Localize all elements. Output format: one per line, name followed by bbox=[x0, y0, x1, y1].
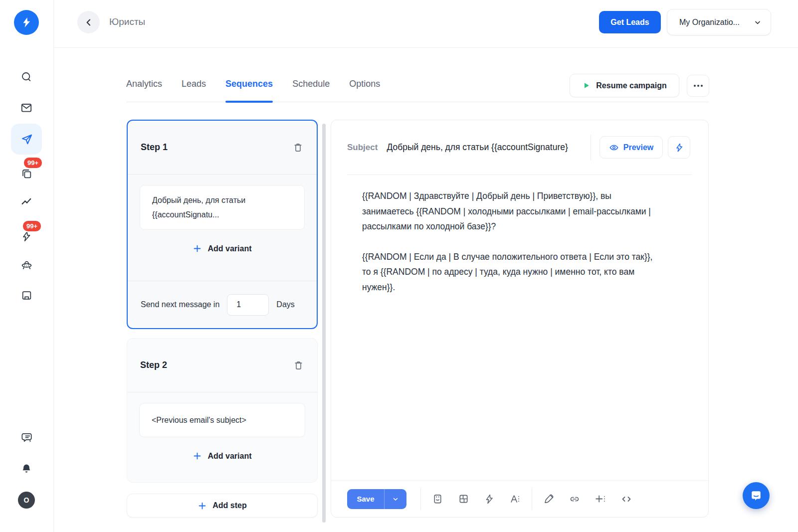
copy-icon bbox=[20, 168, 33, 180]
get-leads-button[interactable]: Get Leads bbox=[599, 11, 661, 33]
step-1-delete-button[interactable] bbox=[292, 142, 304, 153]
app-logo[interactable] bbox=[14, 10, 39, 35]
preview-label: Preview bbox=[623, 143, 653, 152]
inbox-icon bbox=[20, 289, 33, 302]
sidebar-item-extension[interactable] bbox=[15, 253, 37, 275]
sidebar-item-chat[interactable] bbox=[15, 427, 37, 449]
mail-icon bbox=[20, 101, 33, 114]
preview-button[interactable]: Preview bbox=[599, 136, 663, 159]
save-options-button[interactable] bbox=[384, 489, 406, 509]
back-button[interactable] bbox=[77, 11, 100, 33]
save-button[interactable]: Save bbox=[347, 489, 384, 509]
sidebar-item-analytics[interactable] bbox=[15, 191, 37, 213]
resume-campaign-label: Resume campaign bbox=[596, 81, 666, 90]
email-body-editor[interactable]: {{RANDOM | Здравствуйте | Добрый день | … bbox=[331, 175, 708, 295]
layout-icon bbox=[458, 493, 469, 505]
tab-schedule[interactable]: Schedule bbox=[292, 72, 330, 102]
chat-bolt-icon bbox=[20, 431, 33, 444]
tab-options[interactable]: Options bbox=[349, 72, 380, 102]
campaigns-send-icon bbox=[20, 133, 33, 146]
layout-button[interactable] bbox=[450, 488, 476, 510]
step-1-title: Step 1 bbox=[141, 142, 168, 153]
code-icon bbox=[620, 493, 632, 505]
organization-label: My Organizatio... bbox=[679, 18, 740, 27]
chat-widget-icon bbox=[749, 489, 763, 503]
trash-icon bbox=[292, 142, 304, 153]
logo-bolt-icon bbox=[20, 16, 33, 29]
eye-icon bbox=[609, 143, 619, 153]
user-avatar[interactable]: O bbox=[18, 492, 35, 509]
subject-input[interactable]: Добрый день, для статьи {{accountSignatu… bbox=[387, 142, 591, 153]
ufo-icon bbox=[20, 258, 33, 271]
lists-count-badge: 99+ bbox=[23, 157, 43, 169]
ai-bolt-button[interactable] bbox=[668, 136, 690, 159]
sidebar-item-notifications[interactable] bbox=[15, 458, 37, 480]
save-split-button: Save bbox=[347, 489, 406, 509]
toolbar-divider bbox=[532, 488, 532, 510]
sidebar-item-mail[interactable] bbox=[15, 97, 37, 119]
plus-icon bbox=[193, 451, 202, 461]
top-bar: Юристы Get Leads My Organizatio... bbox=[53, 0, 798, 48]
bolt-icon bbox=[674, 143, 684, 153]
more-options-button[interactable] bbox=[687, 75, 709, 97]
play-icon bbox=[582, 81, 591, 90]
plus-icon bbox=[193, 244, 202, 253]
chevron-down-icon bbox=[392, 496, 399, 503]
add-variant-label: Add variant bbox=[207, 244, 251, 253]
add-step-button[interactable]: Add step bbox=[127, 494, 318, 518]
notifications-icon bbox=[20, 463, 32, 475]
more-options-icon bbox=[694, 85, 703, 87]
email-paragraph: {{RANDOM | Если да | В случае положитель… bbox=[362, 249, 658, 295]
delay-unit-label: Days bbox=[276, 300, 294, 309]
subject-row: Subject Добрый день, для статьи {{accoun… bbox=[331, 120, 708, 175]
editor-toolbar: Save bbox=[331, 480, 708, 517]
support-chat-button[interactable] bbox=[743, 482, 770, 509]
emoji-calendar-icon bbox=[432, 493, 443, 505]
resume-campaign-button[interactable]: Resume campaign bbox=[570, 74, 679, 97]
sidebar-item-campaigns[interactable] bbox=[11, 124, 42, 155]
step-card-2[interactable]: Step 2 <Previous email's subject> Add va… bbox=[127, 338, 318, 483]
delay-days-input[interactable] bbox=[227, 294, 269, 316]
tab-analytics[interactable]: Analytics bbox=[126, 72, 162, 102]
step-card-1[interactable]: Step 1 Добрый день, для статьи {{account… bbox=[127, 120, 318, 329]
step-1-header: Step 1 bbox=[128, 121, 317, 175]
tab-sequences[interactable]: Sequences bbox=[225, 72, 273, 102]
text-style-button[interactable] bbox=[502, 488, 528, 510]
back-icon bbox=[84, 17, 94, 27]
search-icon bbox=[20, 70, 33, 83]
format-brush-button[interactable] bbox=[536, 488, 562, 510]
step-2-header: Step 2 bbox=[127, 339, 317, 392]
code-button[interactable] bbox=[613, 488, 639, 510]
plus-icon bbox=[198, 501, 207, 511]
dynamic-content-button[interactable] bbox=[476, 488, 502, 510]
send-next-label: Send next message in bbox=[141, 300, 219, 309]
step-2-variant[interactable]: <Previous email's subject> bbox=[139, 403, 305, 437]
automation-count-badge: 99+ bbox=[22, 220, 42, 232]
analytics-icon bbox=[20, 195, 33, 208]
organization-dropdown[interactable]: My Organizatio... bbox=[667, 9, 771, 35]
subject-divider bbox=[591, 135, 591, 161]
bolt-icon bbox=[484, 494, 495, 505]
step-1-body: Добрый день, для статьи {{accountSignatu… bbox=[128, 175, 317, 254]
email-paragraph: {{RANDOM | Здравствуйте | Добрый день | … bbox=[362, 188, 658, 234]
subject-label: Subject bbox=[347, 143, 378, 153]
email-editor-panel: Subject Добрый день, для статьи {{accoun… bbox=[331, 120, 709, 518]
tab-leads[interactable]: Leads bbox=[182, 72, 206, 102]
trash-icon bbox=[293, 359, 304, 371]
step-2-delete-button[interactable] bbox=[293, 359, 304, 371]
emoji-button[interactable] bbox=[424, 488, 450, 510]
step-1-variant[interactable]: Добрый день, для статьи {{accountSignatu… bbox=[140, 185, 305, 230]
sidebar-item-inbox[interactable] bbox=[15, 284, 37, 306]
add-step-label: Add step bbox=[212, 501, 246, 510]
toolbar-divider bbox=[420, 488, 421, 510]
steps-scrollbar[interactable] bbox=[322, 124, 326, 523]
insert-button[interactable] bbox=[588, 488, 613, 510]
sidebar-item-search[interactable] bbox=[15, 66, 37, 88]
add-variant-label: Add variant bbox=[207, 452, 251, 461]
link-button[interactable] bbox=[562, 488, 588, 510]
insert-icon bbox=[594, 493, 607, 505]
format-brush-icon bbox=[543, 493, 555, 505]
text-style-icon bbox=[509, 493, 522, 505]
step-1-add-variant-button[interactable]: Add variant bbox=[190, 243, 254, 254]
step-2-add-variant-button[interactable]: Add variant bbox=[190, 451, 254, 461]
